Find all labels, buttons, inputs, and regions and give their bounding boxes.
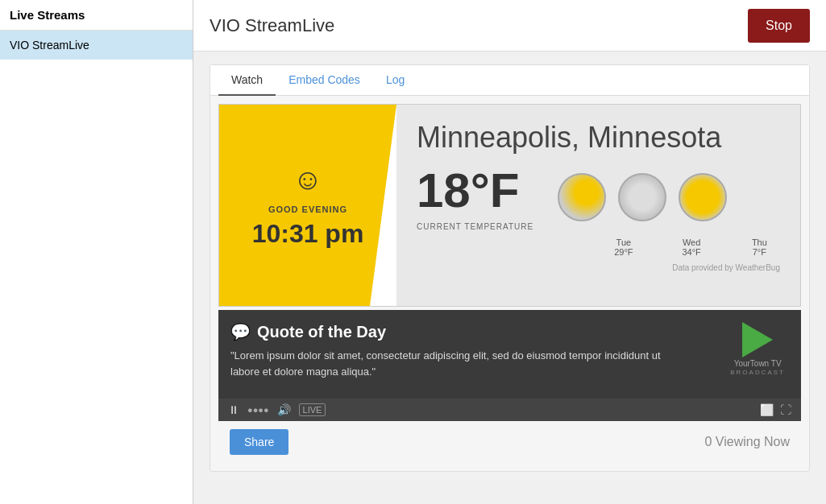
share-button[interactable]: Share	[230, 429, 288, 455]
bottom-bar: Share 0 Viewing Now	[218, 421, 801, 463]
temperature-display: 18°F	[417, 163, 533, 218]
pause-button[interactable]: ⏸	[228, 403, 239, 416]
forecast-day-wed: Wed 34°F	[671, 238, 712, 257]
forecast-day-thu: Thu 7°F	[739, 238, 780, 257]
tab-watch[interactable]: Watch	[218, 65, 276, 96]
volume-button[interactable]: 🔊	[277, 403, 291, 416]
panel: Watch Embed Codes Log ☺ GOOD EVENING 10:…	[210, 64, 810, 472]
fullscreen-icon[interactable]: ⛶	[780, 403, 791, 416]
weather-widget: ☺ GOOD EVENING 10:31 pm Minneapolis, Min…	[218, 104, 801, 307]
sidebar-item-vio[interactable]: VIO StreamLive	[0, 31, 193, 60]
main-content: VIO StreamLive Stop Watch Embed Codes Lo…	[193, 0, 826, 504]
smiley-icon: ☺	[293, 163, 323, 196]
forecast-icons	[558, 173, 727, 221]
logo-text: YourTown TV	[734, 359, 782, 369]
time-display: 10:31 pm	[252, 219, 364, 249]
quote-bubble-icon: 💬	[230, 322, 251, 341]
quote-header: 💬 Quote of the Day	[230, 322, 789, 341]
forecast-icon-wed	[618, 173, 666, 221]
data-source: Data provided by WeatherBug	[417, 263, 780, 272]
theater-mode-icon[interactable]: ⬜	[760, 403, 774, 416]
quote-text: "Lorem ipsum dolor sit amet, consectetur…	[230, 348, 677, 379]
weather-left: 18°F CURRENT TEMPERATURE	[417, 163, 533, 231]
forecast-icon-thu	[679, 173, 727, 221]
play-icon	[742, 322, 773, 357]
forecast-day-tue: Tue 29°F	[603, 238, 644, 257]
stop-button[interactable]: Stop	[748, 9, 810, 43]
logo-area: YourTown TV BROADCAST	[730, 322, 785, 376]
player-controls: ⏸ ●●●● 🔊 LIVE ⬜ ⛶	[218, 399, 801, 421]
greeting-text: GOOD EVENING	[268, 204, 347, 214]
progress-dots: ●●●●	[247, 405, 269, 415]
live-badge: LIVE	[299, 403, 326, 416]
weather-main: 18°F CURRENT TEMPERATURE	[417, 163, 780, 231]
tab-log[interactable]: Log	[373, 65, 417, 96]
forecast-icon-tue	[558, 173, 606, 221]
quote-title: Quote of the Day	[257, 323, 386, 341]
logo-sub: BROADCAST	[730, 369, 785, 376]
topbar: VIO StreamLive Stop	[193, 0, 826, 52]
stream-viewer: ☺ GOOD EVENING 10:31 pm Minneapolis, Min…	[210, 96, 809, 471]
tabs: Watch Embed Codes Log	[210, 65, 809, 96]
temp-label: CURRENT TEMPERATURE	[417, 222, 533, 231]
sidebar: Live Streams VIO StreamLive	[0, 0, 193, 504]
forecast-row: Tue 29°F Wed 34°F Thu 7°F	[417, 238, 780, 257]
city-name: Minneapolis, Minnesota	[417, 121, 780, 155]
sidebar-header: Live Streams	[0, 0, 193, 31]
content-area: Watch Embed Codes Log ☺ GOOD EVENING 10:…	[193, 52, 826, 504]
viewing-count: 0 Viewing Now	[704, 435, 790, 449]
tab-embed-codes[interactable]: Embed Codes	[276, 65, 373, 96]
weather-panel: Minneapolis, Minnesota 18°F CURRENT TEMP…	[396, 105, 800, 306]
quote-bar: 💬 Quote of the Day "Lorem ipsum dolor si…	[218, 310, 801, 399]
fullscreen-controls: ⬜ ⛶	[760, 403, 791, 416]
page-title: VIO StreamLive	[210, 15, 334, 36]
time-panel: ☺ GOOD EVENING 10:31 pm	[219, 105, 396, 306]
